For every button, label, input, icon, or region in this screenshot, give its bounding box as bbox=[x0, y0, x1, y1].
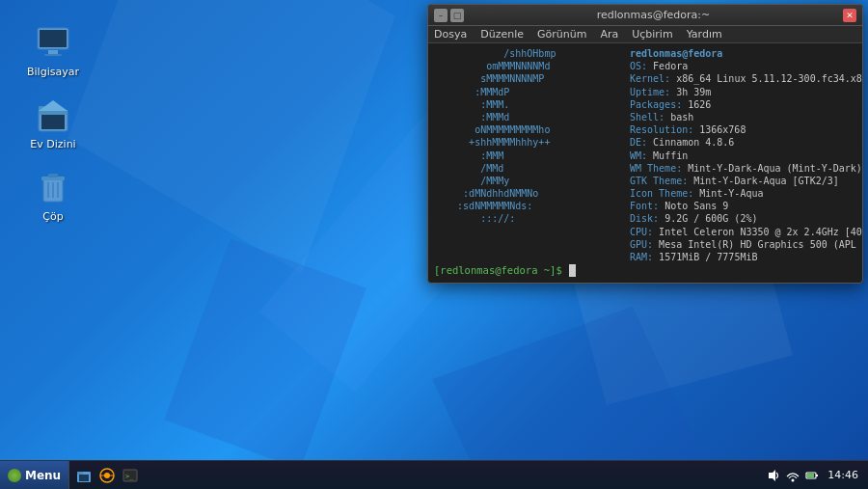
svg-rect-16 bbox=[77, 472, 83, 475]
terminal-window: – □ redlonmas@fedora:~ ✕ Dosya Düzenle G… bbox=[427, 4, 863, 284]
desktop-icon-computer[interactable]: Bilgisayar bbox=[19, 19, 87, 82]
computer-icon bbox=[34, 23, 72, 62]
taskbar-right: 14:46 bbox=[760, 461, 868, 489]
taskbar-items: >_ bbox=[69, 461, 760, 489]
taskbar-terminal-icon[interactable]: >_ bbox=[120, 465, 141, 486]
menu-duzenle[interactable]: Düzenle bbox=[478, 28, 526, 41]
svg-rect-17 bbox=[79, 475, 89, 481]
neofetch-ascii-art: /shhOHbmp omMMMNNNNMd sMMMMNNNNMP :MMMdP… bbox=[434, 47, 622, 263]
desktop-icon-trash[interactable]: Çöp bbox=[19, 164, 87, 227]
terminal-controls: – □ bbox=[434, 9, 464, 22]
svg-rect-2 bbox=[48, 50, 58, 54]
menu-yardim[interactable]: Yardım bbox=[685, 28, 724, 41]
svg-text:>_: >_ bbox=[125, 473, 134, 480]
taskbar-filemanager-icon[interactable] bbox=[73, 465, 95, 486]
terminal-titlebar: – □ redlonmas@fedora:~ ✕ bbox=[428, 5, 862, 26]
terminal-body[interactable]: /shhOHbmp omMMMNNNNMd sMMMMNNNNMP :MMMdP… bbox=[428, 43, 862, 283]
start-icon bbox=[8, 469, 21, 482]
menu-goruntum[interactable]: Görünüm bbox=[535, 28, 588, 41]
svg-rect-5 bbox=[41, 113, 65, 129]
home-icon bbox=[34, 95, 72, 134]
home-label: Ev Dizini bbox=[30, 138, 75, 150]
desktop: Bilgisayar Ev Dizini bbox=[0, 0, 868, 489]
svg-point-24 bbox=[792, 478, 795, 481]
volume-icon[interactable] bbox=[766, 468, 781, 483]
svg-marker-8 bbox=[39, 100, 68, 111]
desktop-icons: Bilgisayar Ev Dizini bbox=[19, 19, 87, 227]
maximize-button[interactable]: □ bbox=[450, 9, 464, 22]
taskbar: Menu bbox=[0, 460, 868, 489]
clock: 14:46 bbox=[824, 469, 862, 481]
terminal-title: redlonmas@fedora:~ bbox=[464, 9, 843, 21]
network-icon[interactable] bbox=[785, 468, 800, 483]
minimize-button[interactable]: – bbox=[434, 9, 448, 22]
terminal-menu: Dosya Düzenle Görünüm Ara Uçbirim Yardım bbox=[428, 26, 862, 43]
terminal-prompt: [redlonmas@fedora ~]$ bbox=[434, 263, 576, 278]
svg-rect-26 bbox=[816, 475, 818, 476]
trash-icon bbox=[34, 168, 72, 206]
cursor bbox=[569, 264, 576, 277]
power-icon[interactable] bbox=[804, 468, 820, 483]
svg-rect-27 bbox=[807, 474, 814, 477]
svg-rect-1 bbox=[40, 30, 67, 47]
menu-ara[interactable]: Ara bbox=[598, 28, 620, 41]
svg-rect-3 bbox=[44, 54, 62, 56]
svg-marker-23 bbox=[769, 470, 775, 481]
trash-label: Çöp bbox=[42, 210, 63, 223]
close-button[interactable]: ✕ bbox=[843, 9, 856, 22]
start-button[interactable]: Menu bbox=[0, 461, 69, 489]
taskbar-browser-icon[interactable] bbox=[96, 465, 118, 486]
computer-label: Bilgisayar bbox=[27, 66, 79, 78]
menu-ucbirim[interactable]: Uçbirim bbox=[630, 28, 674, 41]
start-label: Menu bbox=[25, 469, 61, 482]
svg-rect-11 bbox=[48, 174, 58, 177]
menu-dosya[interactable]: Dosya bbox=[432, 28, 469, 41]
desktop-icon-home[interactable]: Ev Dizini bbox=[19, 92, 87, 154]
neofetch-info: redlonmas@fedora OS: Fedora Kernel: x86_… bbox=[622, 47, 862, 263]
